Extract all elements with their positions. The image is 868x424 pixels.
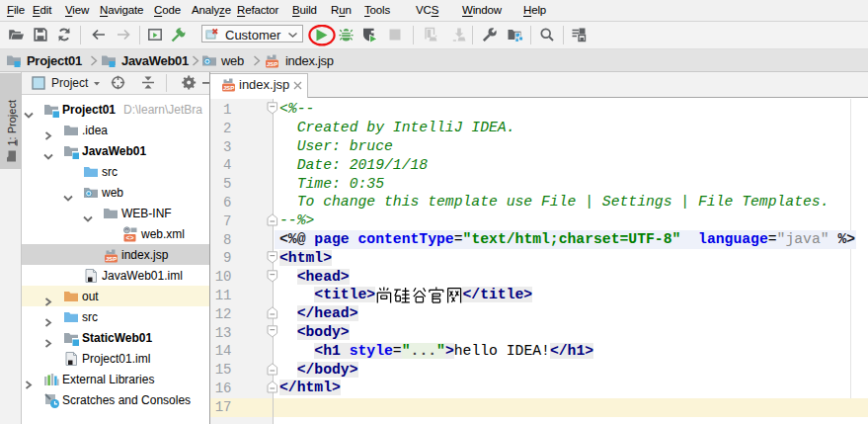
- svg-text:JSP: JSP: [106, 255, 118, 262]
- svg-text:JSP: JSP: [267, 60, 278, 67]
- svg-text:JSP: JSP: [223, 84, 235, 91]
- svg-text:<>: <>: [125, 234, 133, 241]
